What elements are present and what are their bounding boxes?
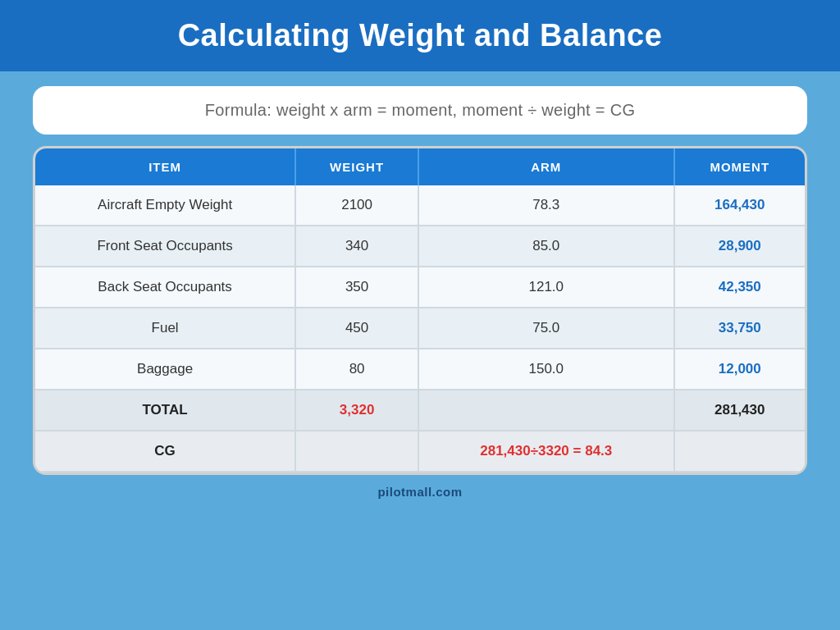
page-title: Calculating Weight and Balance [16, 18, 824, 53]
row-fuel-item: Fuel [35, 308, 295, 349]
row-fuel-moment: 33,750 [674, 308, 805, 349]
total-weight: 3,320 [295, 390, 418, 431]
footer: pilotmall.com [377, 485, 462, 499]
row-aircraft-empty-weight-arm: 78.3 [418, 185, 674, 226]
row-baggage-item: Baggage [35, 349, 295, 390]
row-aircraft-empty-weight-weight: 2100 [295, 185, 418, 226]
total-label: TOTAL [35, 390, 295, 431]
formula-box: Formula: weight x arm = moment, moment ÷… [33, 86, 807, 135]
table-cg-row: CG 281,430÷3320 = 84.3 [35, 431, 805, 472]
table-row: Aircraft Empty Weight 2100 78.3 164,430 [35, 185, 805, 226]
row-front-seat-occupants-item: Front Seat Occupants [35, 226, 295, 267]
col-header-arm: ARM [418, 148, 674, 185]
row-back-seat-occupants-weight: 350 [295, 267, 418, 308]
row-front-seat-occupants-arm: 85.0 [418, 226, 674, 267]
col-header-item: ITEM [35, 148, 295, 185]
table-row: Back Seat Occupants 350 121.0 42,350 [35, 267, 805, 308]
row-baggage-moment: 12,000 [674, 349, 805, 390]
cg-moment [674, 431, 805, 472]
row-front-seat-occupants-weight: 340 [295, 226, 418, 267]
row-back-seat-occupants-item: Back Seat Occupants [35, 267, 295, 308]
row-back-seat-occupants-moment: 42,350 [674, 267, 805, 308]
table-total-row: TOTAL 3,320 281,430 [35, 390, 805, 431]
weight-balance-table-container: ITEM WEIGHT ARM MOMENT Aircraft Empty We… [33, 146, 807, 475]
row-fuel-weight: 450 [295, 308, 418, 349]
table-row: Baggage 80 150.0 12,000 [35, 349, 805, 390]
cg-label: CG [35, 431, 295, 472]
cg-formula: 281,430÷3320 = 84.3 [418, 431, 674, 472]
col-header-weight: WEIGHT [295, 148, 418, 185]
table-row: Fuel 450 75.0 33,750 [35, 308, 805, 349]
col-header-moment: MOMENT [674, 148, 805, 185]
row-fuel-arm: 75.0 [418, 308, 674, 349]
row-aircraft-empty-weight-item: Aircraft Empty Weight [35, 185, 295, 226]
total-moment: 281,430 [674, 390, 805, 431]
cg-weight [295, 431, 418, 472]
page-header: Calculating Weight and Balance [0, 0, 840, 71]
row-baggage-weight: 80 [295, 349, 418, 390]
formula-text: Formula: weight x arm = moment, moment ÷… [205, 101, 636, 119]
row-baggage-arm: 150.0 [418, 349, 674, 390]
row-aircraft-empty-weight-moment: 164,430 [674, 185, 805, 226]
table-header-row: ITEM WEIGHT ARM MOMENT [35, 148, 805, 185]
row-back-seat-occupants-arm: 121.0 [418, 267, 674, 308]
total-arm [418, 390, 674, 431]
weight-balance-table: ITEM WEIGHT ARM MOMENT Aircraft Empty We… [35, 148, 805, 472]
row-front-seat-occupants-moment: 28,900 [674, 226, 805, 267]
table-row: Front Seat Occupants 340 85.0 28,900 [35, 226, 805, 267]
footer-text: pilotmall.com [377, 485, 462, 499]
